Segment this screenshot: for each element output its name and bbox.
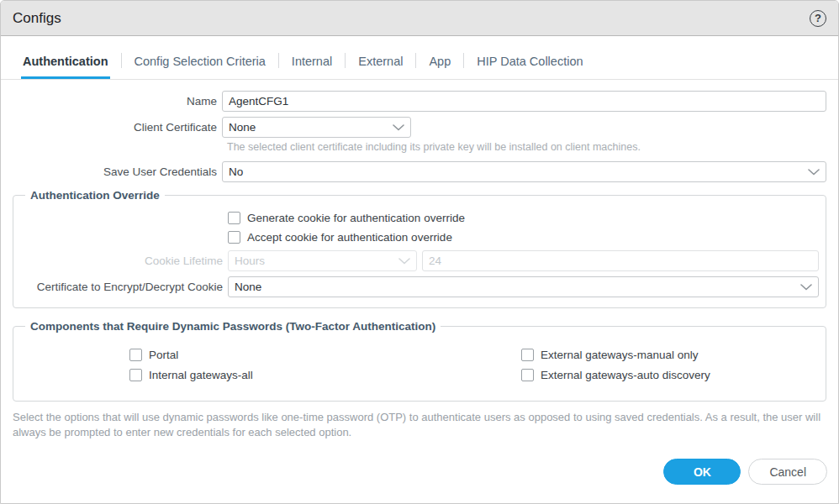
client-certificate-row: Client Certificate None [13,117,826,138]
cert-encrypt-decrypt-label: Certificate to Encrypt/Decrypt Cookie [18,281,228,293]
cookie-lifetime-unit-value: Hours [235,255,393,267]
portal-label[interactable]: Portal [149,349,178,361]
tab-internal[interactable]: Internal [290,51,334,79]
tab-separator [415,53,416,68]
save-user-credentials-row: Save User Credentials No [13,161,826,182]
internal-gateways-all-label[interactable]: Internal gateways-all [149,369,253,381]
accept-cookie-label[interactable]: Accept cookie for authentication overrid… [247,231,452,244]
name-label: Name [13,95,222,108]
accept-cookie-row: Accept cookie for authentication overrid… [228,231,819,244]
components-2fa-legend: Components that Require Dynamic Password… [25,320,441,333]
cookie-lifetime-row: Cookie Lifetime Hours [18,250,819,271]
chevron-down-icon [398,258,410,265]
save-user-credentials-value: No [229,165,803,178]
tab-separator [278,53,279,68]
external-gateways-auto-row: External gateways-auto discovery [521,369,819,381]
tab-config-selection-criteria[interactable]: Config Selection Criteria [133,51,267,79]
cookie-lifetime-unit-select: Hours [228,250,417,271]
tab-external[interactable]: External [356,51,404,79]
save-user-credentials-label: Save User Credentials [13,165,222,178]
client-certificate-select[interactable]: None [222,117,411,138]
tab-authentication[interactable]: Authentication [21,51,110,79]
dynamic-passwords-note: Select the options that will use dynamic… [13,410,826,439]
external-gateways-manual-label[interactable]: External gateways-manual only [541,349,699,361]
configs-dialog: Configs ? Authentication Config Selectio… [0,0,839,504]
chevron-down-icon [808,169,820,176]
name-input[interactable] [222,91,826,112]
client-certificate-value: None [229,121,388,134]
external-gateways-auto-label[interactable]: External gateways-auto discovery [541,369,710,381]
dialog-header: Configs ? [1,1,838,36]
tab-content-authentication: Name Client Certificate None The selecte… [1,80,838,459]
external-gateways-manual-checkbox[interactable] [521,349,534,361]
cookie-lifetime-amount-input [422,250,819,271]
generate-cookie-label[interactable]: Generate cookie for authentication overr… [247,212,465,224]
cancel-button[interactable]: Cancel [748,459,827,485]
authentication-override-section: Authentication Override Generate cookie … [13,189,826,308]
save-user-credentials-select[interactable]: No [222,161,826,182]
cookie-lifetime-label: Cookie Lifetime [18,255,228,267]
help-icon[interactable]: ? [810,10,826,27]
components-2fa-section: Components that Require Dynamic Password… [13,320,826,402]
name-row: Name [13,91,826,112]
internal-gateways-all-row: Internal gateways-all [129,369,419,381]
cert-encrypt-decrypt-value: None [235,281,795,293]
tab-bar: Authentication Config Selection Criteria… [1,36,838,80]
dialog-title: Configs [13,10,61,27]
external-gateways-auto-checkbox[interactable] [521,369,534,381]
dialog-footer: OK Cancel [1,459,838,503]
generate-cookie-row: Generate cookie for authentication overr… [228,212,819,224]
tab-app[interactable]: App [427,51,452,79]
cert-encrypt-decrypt-row: Certificate to Encrypt/Decrypt Cookie No… [18,276,819,297]
client-certificate-label: Client Certificate [13,121,222,134]
authentication-override-legend: Authentication Override [25,189,165,202]
tab-separator [463,53,464,68]
accept-cookie-checkbox[interactable] [228,231,240,244]
portal-row: Portal [129,349,419,361]
cert-encrypt-decrypt-select[interactable]: None [228,276,819,297]
internal-gateways-all-checkbox[interactable] [129,369,142,381]
client-certificate-hint: The selected client certificate includin… [227,141,826,153]
chevron-down-icon [800,284,812,291]
tab-hip-data-collection[interactable]: HIP Data Collection [475,51,584,79]
tab-separator [121,53,122,68]
tab-separator [345,53,346,68]
chevron-down-icon [393,124,404,131]
portal-checkbox[interactable] [129,349,142,361]
generate-cookie-checkbox[interactable] [228,212,240,224]
external-gateways-manual-row: External gateways-manual only [521,349,819,361]
ok-button[interactable]: OK [663,459,741,485]
